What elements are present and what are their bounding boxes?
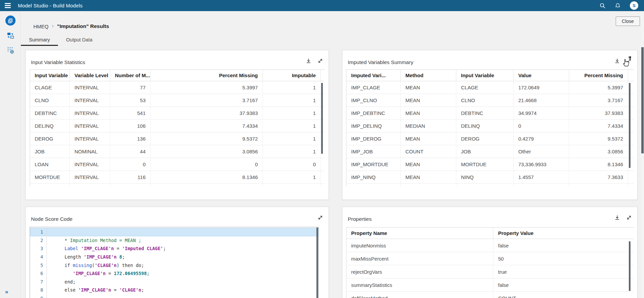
table-row[interactable]: IMP_CLNOMEANCLNO21.46683.7167 [346, 94, 634, 107]
column-header-variable-level[interactable]: Variable Level [70, 70, 110, 81]
user-avatar[interactable]: S [630, 1, 638, 10]
table-row[interactable]: LOANINTERVAL000 [30, 158, 325, 171]
manage-variables-icon[interactable] [0, 43, 21, 58]
breadcrumb: HMEQ › "Imputation" Results [33, 23, 109, 29]
cell: summaryStatistics [346, 278, 493, 292]
table-row[interactable] [346, 184, 634, 187]
column-header-percent-missing[interactable]: Percent Missing [569, 70, 628, 81]
code-line[interactable]: 6 'IMP_CLAGE'n = 172.06495598; [30, 269, 318, 278]
table-row[interactable]: MORTDUEINTERVAL1168.13461 [30, 171, 325, 184]
table-row[interactable] [30, 184, 325, 187]
table-row[interactable]: IMP_CLAGEMEANCLAGE172.06495.3997 [346, 81, 634, 94]
column-header-property-value[interactable]: Property Value [493, 228, 634, 239]
cell: 0.4279 [514, 132, 569, 145]
cell: MEAN [401, 171, 456, 184]
column-header-property-name[interactable]: Property Name [346, 228, 493, 239]
column-header-input-variable[interactable]: Input Variable [456, 70, 514, 81]
cell: Other [514, 145, 569, 158]
cell: IMP_MORTDUE [346, 158, 401, 171]
cell: true [493, 265, 634, 278]
column-header-value[interactable]: Value [514, 70, 569, 81]
table-row[interactable]: DEBTINCINTERVAL54137.93831 [30, 107, 325, 120]
table-row[interactable]: IMP_DEBTINCMEANDEBTINC34.997437.9383 [346, 107, 634, 120]
table-scrollbar-thumb[interactable] [321, 83, 323, 154]
cell: 106 [110, 120, 151, 132]
table-row[interactable]: JOBNOMINAL443.08561 [30, 145, 325, 158]
code-editor[interactable]: 12 * Imputation Method = MEAN ;3 Label '… [30, 227, 319, 298]
cell: CLNO [456, 94, 514, 107]
code-text: else 'IMP_CLAGE'n = 'CLAGE'n; [47, 286, 144, 294]
table-row[interactable]: defClassMethodCOUNT [346, 292, 634, 298]
code-line[interactable]: 7 end; [30, 278, 318, 286]
tab-summary[interactable]: Summary [21, 35, 58, 46]
cell: COUNT [493, 292, 634, 298]
table-row[interactable]: IMP_NINQMEANNINQ1.45577.3633 [346, 171, 634, 184]
table-row[interactable]: CLAGEINTERVAL775.39971 [30, 81, 325, 94]
table-row[interactable]: CLNOINTERVAL533.71671 [30, 94, 325, 107]
code-line[interactable]: 9 [30, 294, 318, 298]
cell [628, 171, 634, 184]
column-header-method[interactable]: Method [401, 70, 456, 81]
expand-icon[interactable] [626, 58, 632, 64]
table-row[interactable]: imputeNonmissfalse [346, 239, 634, 252]
cell [321, 184, 325, 187]
table-row[interactable]: DELINQINTERVAL1067.43341 [30, 120, 325, 132]
cell [151, 184, 263, 187]
page-scrollbar[interactable] [641, 11, 644, 298]
code-scrollbar-thumb[interactable] [316, 228, 318, 298]
download-icon[interactable] [305, 58, 311, 64]
column-header-input-variable[interactable]: Input Variable [30, 70, 70, 81]
table-row[interactable]: summaryStatisticsfalse [346, 278, 634, 292]
breadcrumb-separator-icon: › [52, 23, 54, 29]
close-button[interactable]: Close [616, 17, 640, 26]
cell: IMP_DELINQ [346, 120, 401, 132]
download-icon[interactable] [614, 58, 620, 64]
table-scrollbar-thumb[interactable] [629, 83, 631, 168]
cell [321, 158, 325, 171]
code-line[interactable]: 2 * Imputation Method = MEAN ; [30, 236, 318, 245]
expand-icon[interactable] [317, 58, 323, 64]
table-row[interactable]: rejectOrgVarstrue [346, 265, 634, 278]
compare-icon[interactable] [0, 28, 21, 43]
cell: IMP_DEROG [346, 132, 401, 145]
cell: 1 [263, 94, 321, 107]
code-line[interactable]: 5 if missing('CLAGE'n) then do; [30, 261, 318, 269]
table-row[interactable]: DEROGINTERVAL1369.53721 [30, 132, 325, 145]
table-row[interactable]: IMP_MORTDUEMEANMORTDUE73,336.99338.1346 [346, 158, 634, 171]
cell: INTERVAL [70, 107, 110, 120]
notifications-icon[interactable] [615, 3, 621, 9]
cell: JOB [30, 145, 70, 158]
table-row[interactable]: IMP_DELINQMEDIANDELINQ07.4334 [346, 120, 634, 132]
cell: MEAN [401, 107, 456, 120]
code-line[interactable]: 4 Length 'IMP_CLAGE'n 8; [30, 253, 318, 261]
cell: 3.7167 [569, 94, 628, 107]
table-row[interactable]: IMP_DEROGMEANDEROG0.42799.5372 [346, 132, 634, 145]
cell: 136 [110, 132, 151, 145]
expand-icon[interactable] [317, 214, 323, 220]
download-icon[interactable] [614, 214, 620, 220]
cell [30, 184, 70, 187]
cell: INTERVAL [70, 171, 110, 184]
cell: maxMissPercent [346, 252, 493, 265]
code-line[interactable]: 1 [30, 228, 318, 236]
code-line[interactable]: 3 Label 'IMP_CLAGE'n = 'Imputed CLAGE'; [30, 244, 318, 253]
pipelines-icon[interactable] [0, 13, 21, 28]
cell: 0 [263, 158, 321, 171]
code-line[interactable]: 8 else 'IMP_CLAGE'n = 'CLAGE'n; [30, 286, 318, 294]
table-scrollbar-thumb[interactable] [629, 241, 631, 291]
expand-sidebar-icon[interactable]: » [5, 289, 8, 295]
breadcrumb-project-link[interactable]: HMEQ [33, 24, 49, 29]
search-icon[interactable] [600, 3, 606, 9]
column-header-percent-missing[interactable]: Percent Missing [151, 70, 263, 81]
page-scrollbar-thumb[interactable] [641, 47, 644, 153]
table-row[interactable]: IMP_JOBCOUNTJOBOther3.0856 [346, 145, 634, 158]
column-header-imputed-vari[interactable]: Imputed Vari... [346, 70, 401, 81]
menu-icon[interactable] [5, 3, 11, 8]
column-header-number-of-m[interactable]: Number of M... [110, 70, 151, 81]
cell: CLAGE [30, 81, 70, 94]
tab-output-data[interactable]: Output Data [58, 35, 100, 46]
expand-icon[interactable] [626, 214, 632, 220]
cell: 3.0856 [569, 145, 628, 158]
table-row[interactable]: maxMissPercent50 [346, 252, 634, 265]
column-header-imputable[interactable]: Imputable [263, 70, 321, 81]
